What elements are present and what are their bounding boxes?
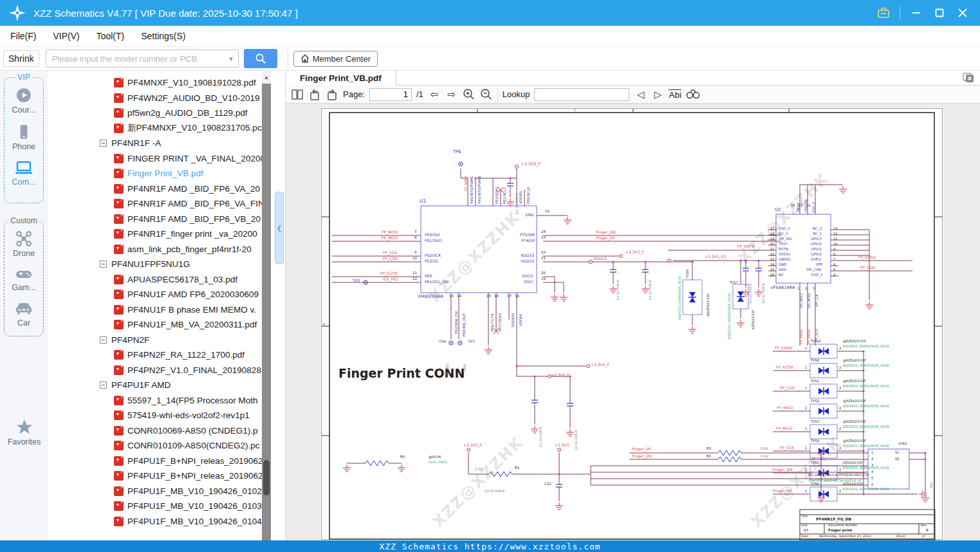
rotate-right-icon[interactable] <box>326 87 338 102</box>
tree-item[interactable]: FINGER PRINT _VA_FINAL_20200 <box>48 151 262 167</box>
tree-item[interactable]: Finger Print_VB.pdf <box>48 166 262 181</box>
collapse-icon[interactable] <box>100 382 107 389</box>
schematic-label: 20 <box>770 243 774 246</box>
collapse-icon[interactable] <box>100 140 107 147</box>
tree-item[interactable]: CONR010109-A8S0(CNDEG2).pc <box>48 438 262 454</box>
minimize-button[interactable] <box>909 6 923 20</box>
schematic-label: ESD0201_0D65X0D35_0D34 <box>843 466 889 470</box>
maximize-button[interactable] <box>932 6 947 20</box>
schematic-label: 1U-10-04R-K <box>539 427 542 447</box>
scrollbar-thumb[interactable] <box>263 460 270 495</box>
tree-item[interactable]: pf5wn2g_AUDIO_DB_1129.pdf <box>48 106 262 121</box>
search-button[interactable] <box>244 49 277 68</box>
sidebar-item-computer[interactable]: Com... <box>5 160 43 187</box>
schematic-label: P44/INT0/PWMB <box>478 176 482 204</box>
tree-item[interactable]: PF4PN2F <box>48 333 262 348</box>
tree-item[interactable]: PF4MNXF_V10_1908191028.pdf <box>48 75 262 91</box>
viewer-content[interactable]: XZZ@XZZHKXZZ@XZZHKXZZ@XZZHKXZZ@XZZHKFing… <box>286 104 980 540</box>
tree-item[interactable]: PF4NR1F AMD _BID_FP6_VA_FIN <box>48 196 262 212</box>
tree-item-label: PF4NU1F_MB_VA_20200311.pdf <box>127 320 257 329</box>
vip-briefcase-icon[interactable] <box>876 6 891 20</box>
zoom-in-icon[interactable] <box>463 87 476 102</box>
schematic-label: R1 <box>515 466 519 470</box>
tree-item[interactable]: PF4NU1FPF5NU1G <box>48 257 262 272</box>
page-number-input[interactable] <box>369 88 412 101</box>
tree-item[interactable]: 新PF4MNXF_V10_1908231705.pc <box>48 121 262 136</box>
model-search-box[interactable]: ▾ <box>46 50 239 68</box>
tree-item[interactable]: PF4WN2F_AUDIO_BD_V10-2019 <box>48 91 262 106</box>
sidebar-item-car[interactable]: Car <box>5 301 43 327</box>
tree-item[interactable]: PF4NU1F_MB_VA_20200311.pdf <box>48 317 262 333</box>
page-back-icon[interactable]: ⇦ <box>428 87 441 102</box>
two-page-view-icon[interactable] <box>291 87 304 102</box>
tree-item[interactable]: PF4NR1F_finger print _va_20200 <box>48 226 262 242</box>
rotate-left-icon[interactable] <box>308 87 321 102</box>
tree-item[interactable]: PF4NR1F AMD _BID_FP6_VA_20 <box>48 181 262 197</box>
match-case-button[interactable]: Abi <box>669 89 681 100</box>
tree-item[interactable]: asm_link_pcb_finger_pf4nr1f-20 <box>48 242 262 257</box>
tree-item[interactable]: PF4PU1F_MB_V10_190426_0102 <box>48 484 262 499</box>
tree-item[interactable]: PF4PN2F_RA_1122_1700.pdf <box>48 347 262 363</box>
shrink-button[interactable]: Shrink <box>3 50 39 67</box>
schematic-label: Finger_DN <box>596 230 616 234</box>
tree-item[interactable]: PF4PU1F_B+NPI_releas_2019062 <box>48 468 262 484</box>
pdf-icon <box>114 93 124 103</box>
collapse-icon[interactable] <box>100 336 107 344</box>
tree-item-label: PF4NR1F AMD _BID_FP6_VB_20 <box>127 214 261 224</box>
pdf-icon <box>114 471 124 481</box>
member-center-button[interactable]: Member Center <box>293 51 378 67</box>
tree-item[interactable]: APUASPEC56178_1_03.pdf <box>48 272 262 288</box>
find-prev-icon[interactable]: ◁ <box>634 87 647 102</box>
schematic-label: P62/SCL1 <box>503 187 507 204</box>
schematic-label: ESD0201_0D65X0D35_0D34 <box>843 425 889 428</box>
zoom-out-icon[interactable] <box>480 87 493 102</box>
sidebar-item-favorites[interactable]: Favorites <box>0 418 48 446</box>
tree-item[interactable]: CONR010069-A8S0 (CNDEG1).p <box>48 423 262 439</box>
pdf-icon <box>114 486 124 496</box>
binoculars-icon[interactable] <box>686 87 700 102</box>
tab-finger-print-vb[interactable]: Finger Print_VB.pdf <box>286 71 396 86</box>
tree-item[interactable]: 575419-whl-eds-vol2of2-rev1p1 <box>48 408 262 423</box>
menu-item[interactable]: VIP(V) <box>53 31 79 41</box>
sidebar-item-drone[interactable]: Drone <box>5 230 43 258</box>
schematic-label: P61/SCL_2W <box>425 280 448 284</box>
sidebar-item-game[interactable]: Gam... <box>5 267 43 292</box>
schematic-label: +3.3VS_F <box>625 250 644 254</box>
schematic-label: FP_MISO <box>777 406 793 410</box>
close-button[interactable] <box>956 6 970 20</box>
menu-item[interactable]: Settings(S) <box>141 31 185 41</box>
tree-scrollbar[interactable]: ▲ <box>262 71 271 540</box>
sidebar-item-phone[interactable]: Phone <box>5 124 43 151</box>
tree-item[interactable]: PF4NU1F AMD FP6_2020030609 <box>48 287 262 302</box>
find-next-icon[interactable]: ▷ <box>651 87 664 102</box>
panel-collapse-handle[interactable]: ❮ <box>275 192 284 264</box>
tree-item[interactable]: PF4PU1F_MB_V10_190426_0104 <box>48 514 262 529</box>
lookup-input[interactable] <box>534 88 629 101</box>
tree-item[interactable]: PF4PU1F_B+NPI_releas_2019062 <box>48 454 262 469</box>
tree-item[interactable]: PF4NU1F B phase EMI MEMO v. <box>48 302 262 318</box>
tree-item[interactable]: PF4NR1F -A <box>48 136 262 151</box>
schematic-label: Finger_DP <box>632 447 651 451</box>
search-input[interactable] <box>46 54 220 64</box>
tree-item[interactable]: PF4PU1F AMD <box>48 378 262 393</box>
schematic-label: 1U-10-04R-K <box>649 280 652 300</box>
tree-item[interactable]: 55597_1_14(FP5 Processor Moth <box>48 393 262 409</box>
collapse-icon[interactable] <box>100 261 107 268</box>
menu-item[interactable]: Tool(T) <box>97 31 125 41</box>
pdf-icon <box>114 305 124 315</box>
chevron-down-icon[interactable]: ▾ <box>229 55 238 63</box>
page-forward-icon[interactable]: ⇨ <box>445 87 458 102</box>
tree-item[interactable]: PF4NR1F AMD _BID_FP6_VB_20 <box>48 212 262 227</box>
menu-item[interactable]: File(F) <box>10 31 36 41</box>
tree-item[interactable]: PF4PN2F_V1.0_FINAL_20190828 <box>48 363 262 378</box>
schematic-label: P50/SDI <box>425 233 439 237</box>
schematic-label: 2 <box>805 287 807 290</box>
schematic-label: short_0603 <box>429 461 447 464</box>
sidebar-item-course[interactable]: Cour... <box>5 87 43 115</box>
schematic-label: 23 <box>770 258 774 261</box>
pdf-icon <box>114 501 124 511</box>
schematic-label: Date: <box>801 535 809 538</box>
scroll-up-icon[interactable]: ▲ <box>262 71 271 84</box>
tree-item[interactable]: PF4PU1F_MB_V10_190426_0103 <box>48 499 262 514</box>
close-tab-icon[interactable] <box>963 73 974 83</box>
